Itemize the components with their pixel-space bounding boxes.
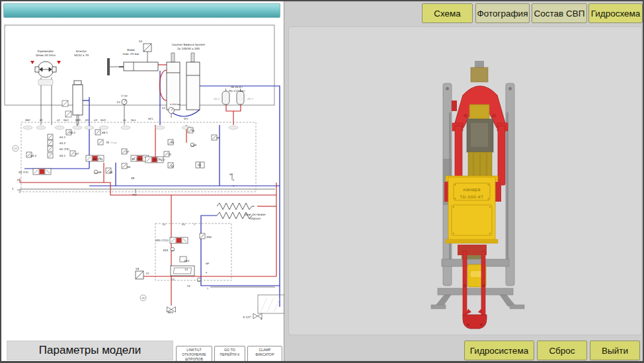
schematic-label: 20.1 <box>247 97 254 101</box>
schematic-label: 36 <box>191 129 195 132</box>
linktilt-button[interactable]: LINKTILT ОТКЛОНЕНИЕ ШТРОПОВ <box>176 346 212 363</box>
schematic-label: 53 <box>139 40 143 43</box>
tab-schema-label: Схема <box>434 9 461 19</box>
schematic-label: 206 <box>206 235 212 239</box>
schematic-label: 63.2 <box>60 141 66 145</box>
schematic-label: Qmax 20 l/min <box>36 54 56 57</box>
schematic-label: P2 <box>146 272 149 275</box>
tab-svp-composition[interactable]: Состав СВП <box>532 3 587 23</box>
tab-photo[interactable]: Фотография <box>475 3 530 23</box>
schematic-label: (Po 117 bar) <box>228 89 245 93</box>
schematic-label: P <box>17 179 19 182</box>
schematic-label: 27 <box>14 147 17 150</box>
gauge-51 <box>122 99 127 104</box>
schematic-label: 66 (Y5) <box>93 157 102 161</box>
hydraulic-system-label: Гидросистема <box>470 346 528 356</box>
schematic-label: B2 <box>40 119 43 122</box>
goto-button[interactable]: GO TO ПЕРЕЙТИ К <box>214 346 245 363</box>
exit-label: Выйти <box>602 346 628 356</box>
schematic-label: A1 <box>123 119 126 122</box>
port-tags <box>23 126 238 129</box>
schematic-label: 49 <box>131 177 135 180</box>
tab-schema[interactable]: Схема <box>422 3 473 23</box>
schematic-label: 31 <box>168 153 172 156</box>
reset-label: Сброс <box>549 346 575 356</box>
schematic-label: 2 <box>261 317 262 321</box>
goto-line1: GO TO <box>224 348 235 352</box>
tab-photo-label: Фотография <box>477 9 528 19</box>
schematic-label: 13 <box>184 268 188 271</box>
schematic-label: 64.1 <box>60 154 66 157</box>
linktilt-line3: ШТРОПОВ <box>185 357 203 362</box>
schematic-label: 68.1 <box>102 131 108 134</box>
application-window: PipehandlerQmax 20 l/minArrestor50/32 x … <box>0 0 644 363</box>
clamp-button[interactable]: CLAMP ФИКСАТОР <box>247 346 282 363</box>
schematic-label: 0-250 bar <box>170 103 181 106</box>
schematic-label: MP2 <box>168 311 174 314</box>
schematic-label: 34 <box>193 143 197 147</box>
schematic-label: 11 <box>171 278 175 281</box>
schematic-label: 45 (Y2) <box>132 157 141 161</box>
schematic-label: MA2 <box>63 119 69 122</box>
schematic-label: 204 <box>163 249 168 252</box>
tab-hydraulic-schema-label: Гидросхема <box>591 9 641 19</box>
counter-balance-cylinders <box>167 53 200 110</box>
gauge-37 <box>169 108 175 118</box>
schematic-label: T <box>206 288 209 290</box>
schematic-label: 32 <box>171 165 175 168</box>
upper-machinery <box>471 61 488 82</box>
schematic-label: 50 (Y3) <box>19 171 28 174</box>
schematic-label: 67 <box>75 152 79 155</box>
schematic-label: MP <box>206 262 210 265</box>
model-parameters-label: Параметры модели <box>7 341 173 360</box>
schematic-label: (Option) <box>250 217 261 220</box>
schematic-label: Vo 2x 6 l <box>231 85 243 89</box>
schematic-label: 50/32 x 70 <box>74 54 89 57</box>
schematic-label: 28 <box>141 297 144 300</box>
schematic-label: 48 <box>109 171 113 174</box>
schematic-label: 39 <box>216 136 220 140</box>
schematic-label: 47 <box>126 150 130 153</box>
schematic-label: A2 <box>57 119 60 122</box>
reset-button[interactable]: Сброс <box>537 341 587 360</box>
schematic-label: 1 <box>12 187 14 190</box>
schematic-label: P <box>206 272 208 274</box>
schematic-label: 37 <box>162 106 166 110</box>
schematic-label: 62 (Y4) <box>60 147 69 151</box>
schematic-label: MA1 <box>131 119 136 122</box>
schematic-label: SP1 <box>184 118 188 120</box>
gearbox: канара TD-500-XT <box>446 176 498 243</box>
clamp-line2: ФИКСАТОР <box>255 352 274 357</box>
schematic-label: T <box>17 188 19 192</box>
schematic-label: P2 <box>163 223 165 226</box>
schematic-label: A3 <box>94 119 97 122</box>
top-drive-3d-model[interactable]: канара TD-500-XT <box>288 26 642 335</box>
tab-svp-composition-label: Состав СВП <box>534 9 585 19</box>
tab-hydraulic-schema[interactable]: Гидросхема <box>588 3 643 23</box>
rig-model-label: TD-500-XT <box>460 194 484 199</box>
schematic-label: MB3 <box>75 119 81 122</box>
schematic-label: Counter Balance System <box>172 43 206 46</box>
schematic-label: P3 <box>182 223 184 226</box>
rig-brand-label: канара <box>463 187 480 192</box>
schematic-label: 6 1/2" <box>243 315 251 319</box>
pipehandler-symbol <box>35 61 56 85</box>
schematic-label: 70 <box>106 141 110 144</box>
arrestor-symbol <box>62 81 83 124</box>
schematic-label: 63.1 <box>60 136 66 139</box>
hydraulic-system-button[interactable]: Гидросистема <box>464 341 534 360</box>
schematic-label: 68.2 <box>69 131 76 134</box>
clamp-line1: CLAMP <box>259 348 270 352</box>
schematic-label: 64.2 <box>30 154 37 157</box>
schematic-label: 20.2 <box>214 97 220 101</box>
model-panel: Схема Фотография Состав СВП Гидросхема <box>285 1 643 361</box>
schematic-label: 35 <box>171 141 175 144</box>
schematic-label: Gear Oil Heater <box>245 213 266 216</box>
schematic-panel: PipehandlerQmax 20 l/minArrestor50/32 x … <box>1 1 284 361</box>
schematic-label: MC1 <box>148 118 153 120</box>
schematic-label: 51 <box>117 101 121 104</box>
schematic-label: 12 <box>187 284 191 288</box>
hydraulic-schematic-drawing[interactable]: PipehandlerQmax 20 l/minArrestor50/32 x … <box>1 1 284 361</box>
exit-button[interactable]: Выйти <box>590 341 640 360</box>
schematic-label: 15 bar <box>121 95 128 97</box>
